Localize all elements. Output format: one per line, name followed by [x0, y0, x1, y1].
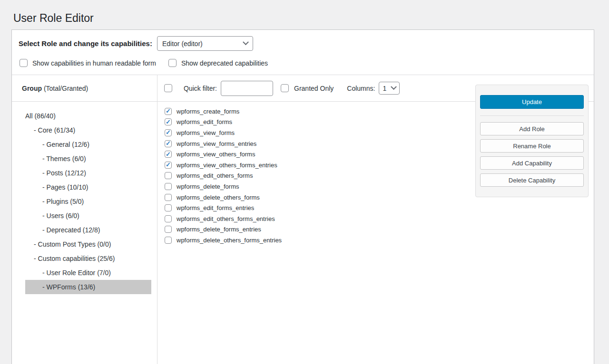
groups-sidebar: Group (Total/Granted) All (86/40)- Core … — [12, 75, 157, 364]
capability-label: wpforms_delete_others_forms — [177, 194, 260, 201]
capability-row: wpforms_delete_others_forms_entries — [165, 235, 594, 246]
role-select[interactable]: Editor (editor) — [157, 36, 253, 51]
chevron-down-icon — [391, 84, 397, 90]
capability-label: wpforms_edit_others_forms_entries — [177, 215, 275, 222]
columns-select-value: 1 — [383, 85, 386, 92]
capability-checkbox[interactable] — [165, 162, 172, 169]
capability-label: wpforms_delete_forms_entries — [177, 226, 261, 233]
secondary-actions: Add RoleRename RoleAdd CapabilityDelete … — [480, 122, 584, 187]
role-select-value: Editor (editor) — [162, 40, 203, 48]
capability-checkbox[interactable] — [165, 172, 172, 179]
group-tree-item[interactable]: - Posts (12/12) — [12, 166, 157, 180]
group-tree-item[interactable]: - General (12/6) — [12, 137, 157, 152]
show-deprecated-checkbox[interactable] — [168, 59, 177, 67]
group-tree-item[interactable]: - Deprecated (12/8) — [12, 223, 157, 237]
group-header-title: Group — [22, 85, 42, 92]
group-header: Group (Total/Granted) — [12, 75, 157, 102]
show-deprecated-label[interactable]: Show deprecated capabilities — [181, 59, 268, 67]
quick-filter-label: Quick filter: — [184, 85, 217, 92]
capability-label: wpforms_view_forms_entries — [177, 140, 256, 147]
capability-label: wpforms_create_forms — [177, 108, 239, 115]
group-tree-item[interactable]: - Core (61/34) — [12, 123, 157, 137]
capability-label: wpforms_view_others_forms — [177, 151, 255, 158]
group-tree-item[interactable]: - User Role Editor (7/0) — [12, 266, 157, 280]
page-title: User Role Editor — [13, 11, 609, 25]
role-selector-row: Select Role and change its capabilities:… — [12, 30, 594, 51]
human-readable-label[interactable]: Show capabilities in human readable form — [32, 59, 156, 67]
capability-row: wpforms_delete_forms_entries — [165, 224, 594, 235]
actions-panel: Update Add RoleRename RoleAdd Capability… — [475, 85, 589, 197]
capability-checkbox[interactable] — [165, 140, 172, 147]
display-options-row: Show capabilities in human readable form… — [12, 51, 594, 67]
capability-label: wpforms_edit_forms_entries — [177, 204, 254, 211]
capability-row: wpforms_edit_forms_entries — [165, 202, 594, 213]
capability-checkbox[interactable] — [165, 237, 172, 244]
columns-label: Columns: — [347, 85, 375, 92]
rename-role-button[interactable]: Rename Role — [480, 139, 584, 153]
select-all-checkbox[interactable] — [164, 84, 172, 92]
add-role-button[interactable]: Add Role — [480, 122, 584, 135]
group-tree-item[interactable]: - Custom capabilities (25/6) — [12, 251, 157, 266]
granted-only-checkbox[interactable] — [281, 84, 289, 92]
user-role-editor-panel: Select Role and change its capabilities:… — [11, 29, 594, 364]
capability-label: wpforms_edit_forms — [177, 118, 232, 125]
group-header-subtitle: (Total/Granted) — [42, 85, 88, 92]
group-tree-item[interactable]: All (86/40) — [12, 109, 157, 123]
columns-select[interactable]: 1 — [379, 82, 400, 95]
capability-label: wpforms_delete_others_forms_entries — [177, 237, 282, 244]
group-tree: All (86/40)- Core (61/34)- General (12/6… — [12, 109, 157, 294]
group-tree-item[interactable]: - Pages (10/10) — [12, 180, 157, 194]
capability-checkbox[interactable] — [165, 129, 172, 136]
capability-checkbox[interactable] — [165, 183, 172, 190]
capability-label: wpforms_delete_forms — [177, 183, 239, 190]
capability-checkbox[interactable] — [165, 215, 172, 222]
capability-label: wpforms_view_forms — [177, 129, 235, 136]
delete-capability-button[interactable]: Delete Capability — [480, 173, 584, 187]
granted-only-label[interactable]: Granted Only — [294, 85, 334, 92]
add-capability-button[interactable]: Add Capability — [480, 156, 584, 170]
group-tree-item[interactable]: - Themes (6/0) — [12, 152, 157, 166]
capability-row: wpforms_edit_others_forms_entries — [165, 213, 594, 224]
update-button[interactable]: Update — [480, 95, 584, 109]
capabilities-pane: Quick filter: Granted Only Columns: 1 wp… — [157, 75, 594, 364]
capability-checkbox[interactable] — [165, 226, 172, 233]
capability-checkbox[interactable] — [165, 204, 172, 211]
human-readable-checkbox[interactable] — [20, 59, 28, 67]
divider — [480, 115, 584, 116]
group-tree-item[interactable]: - Custom Post Types (0/0) — [12, 237, 157, 251]
capability-label: wpforms_edit_others_forms — [177, 172, 253, 179]
group-tree-item[interactable]: - Users (6/0) — [12, 209, 157, 223]
capability-label: wpforms_view_others_forms_entries — [177, 162, 277, 169]
capability-checkbox[interactable] — [165, 108, 172, 115]
chevron-down-icon — [243, 39, 249, 45]
capability-checkbox[interactable] — [165, 194, 172, 201]
capability-checkbox[interactable] — [165, 118, 172, 125]
quick-filter-input[interactable] — [221, 81, 273, 96]
group-tree-item[interactable]: - WPForms (13/6) — [25, 280, 151, 294]
capability-checkbox[interactable] — [165, 151, 172, 158]
role-select-label: Select Role and change its capabilities: — [19, 39, 152, 48]
group-tree-item[interactable]: - Plugins (5/0) — [12, 194, 157, 209]
